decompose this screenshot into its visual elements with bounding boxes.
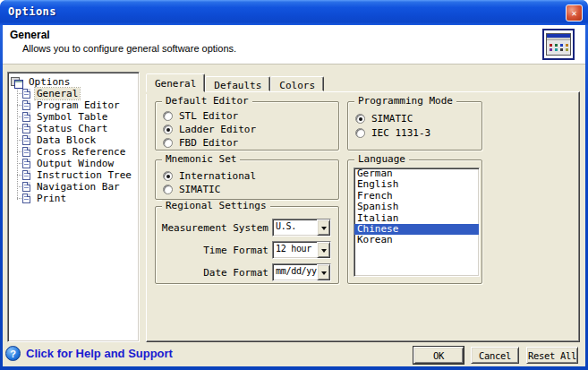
tab-strip: General Defaults Colors [146, 73, 324, 92]
dialog-header: General Allows you to configure general … [3, 25, 585, 65]
radio-stl-editor[interactable]: STL Editor [163, 110, 238, 122]
tree-item-label: Instruction Tree [35, 169, 133, 181]
reset-all-button[interactable]: Reset All [526, 347, 578, 364]
tree-item-navigation-bar[interactable]: Navigation Bar [8, 181, 139, 193]
radio-label: Ladder Editor [179, 124, 256, 135]
header-title: General [10, 29, 50, 41]
radio-button-icon [163, 138, 173, 148]
document-icon [22, 100, 30, 110]
group-title: Language [354, 153, 409, 165]
dropdown-button[interactable] [317, 242, 330, 258]
tree-item-options-root[interactable]: Options [8, 76, 139, 88]
tree-item-label: Status Chart [35, 123, 109, 134]
tree-item-data-block[interactable]: Data Block [8, 134, 139, 146]
group-title: Mnemonic Set [162, 153, 240, 165]
tab-page-general: Default Editor STL Editor Ladder Editor … [146, 91, 580, 342]
radio-ladder-editor[interactable]: Ladder Editor [163, 124, 256, 135]
dropdown-value: 12 hour [273, 242, 317, 258]
dropdown-button[interactable] [317, 264, 330, 280]
tree-item-label: Print [35, 193, 68, 204]
options-root-icon [11, 77, 22, 88]
field-label: Date Format [156, 267, 268, 279]
document-icon [22, 135, 30, 145]
radio-label: International [179, 170, 256, 182]
measurement-system-dropdown[interactable]: U.S. [272, 219, 331, 237]
tree-item-instruction-tree[interactable]: Instruction Tree [8, 169, 139, 181]
tree-item-label: Symbol Table [35, 111, 109, 123]
options-preview-icon [542, 29, 575, 60]
radio-button-checked-icon [163, 171, 173, 181]
document-icon [22, 124, 30, 133]
tree-item-label: Data Block [35, 134, 98, 146]
default-editor-group: Default Editor STL Editor Ladder Editor … [155, 101, 339, 151]
tree-root-label: Options [27, 76, 72, 88]
tab-colors[interactable]: Colors [270, 76, 324, 91]
document-icon [22, 182, 30, 192]
document-icon [22, 194, 30, 203]
dialog-body: General Allows you to configure general … [3, 25, 585, 366]
regional-settings-group: Regional Settings Measurement System U.S… [155, 206, 339, 284]
radio-iec-1131-3[interactable]: IEC 1131-3 [355, 127, 430, 139]
chevron-down-icon [321, 249, 327, 255]
close-icon: ✕ [571, 8, 576, 18]
tree-item-status-chart[interactable]: Status Chart [8, 123, 139, 134]
document-icon [22, 159, 30, 168]
radio-label: STL Editor [179, 110, 238, 122]
group-title: Programming Mode [354, 95, 456, 107]
tree-item-label: Program Editor [35, 99, 122, 111]
cancel-button[interactable]: Cancel [471, 347, 519, 364]
chevron-down-icon [321, 271, 327, 278]
list-item-korean[interactable]: Korean [354, 235, 479, 245]
time-format-row: Time Format 12 hour [156, 241, 338, 259]
header-description: Allows you to configure general software… [22, 43, 236, 54]
radio-label: FBD Editor [179, 137, 238, 149]
radio-fbd-editor[interactable]: FBD Editor [163, 137, 238, 149]
language-group: Language German English French Spanish I… [347, 159, 482, 284]
date-format-dropdown[interactable]: mm/dd/yy [272, 263, 331, 281]
radio-international[interactable]: International [163, 170, 256, 182]
window-title: Options [8, 5, 56, 18]
close-button[interactable]: ✕ [566, 4, 583, 22]
mini-window-graphic [546, 33, 571, 56]
time-format-dropdown[interactable]: 12 hour [272, 241, 331, 259]
dropdown-button[interactable] [317, 219, 330, 236]
radio-label: SIMATIC [179, 184, 220, 195]
mini-menubar [547, 38, 570, 40]
tree-item-label: General [35, 88, 80, 99]
tree-item-symbol-table[interactable]: Symbol Table [8, 111, 139, 123]
document-icon [22, 147, 30, 157]
field-label: Time Format [156, 245, 268, 256]
tree-item-program-editor[interactable]: Program Editor [8, 99, 139, 111]
tree-item-label: Output Window [35, 158, 115, 169]
radio-simatic-mnemonic[interactable]: SIMATIC [163, 184, 220, 195]
tab-defaults[interactable]: Defaults [205, 76, 270, 91]
dropdown-value: U.S. [273, 219, 317, 236]
tree-item-print[interactable]: Print [8, 193, 139, 204]
mini-icon-grid [550, 44, 552, 47]
radio-button-checked-icon [163, 125, 173, 134]
document-icon [22, 89, 30, 99]
radio-button-icon [163, 185, 173, 194]
help-link-label: Click for Help and Support [26, 347, 173, 360]
help-icon: ? [5, 346, 21, 361]
help-and-support-link[interactable]: ? Click for Help and Support [5, 346, 173, 361]
ok-button[interactable]: OK [413, 347, 464, 364]
group-title: Default Editor [162, 95, 252, 107]
tree-item-output-window[interactable]: Output Window [8, 158, 139, 169]
radio-label: SIMATIC [371, 113, 413, 125]
options-dialog: Options ✕ General Allows you to configur… [0, 0, 588, 370]
radio-simatic-mode[interactable]: SIMATIC [355, 113, 413, 125]
list-item-spanish[interactable]: Spanish [354, 202, 479, 212]
list-item-english[interactable]: English [354, 179, 479, 190]
tree-item-general[interactable]: General [8, 88, 139, 99]
radio-label: IEC 1131-3 [371, 127, 430, 139]
tree-item-cross-reference[interactable]: Cross Reference [8, 146, 139, 158]
chevron-down-icon [321, 227, 327, 233]
measurement-system-row: Measurement System U.S. [156, 219, 338, 237]
title-bar[interactable]: Options ✕ [0, 0, 588, 25]
date-format-row: Date Format mm/dd/yy [156, 263, 338, 281]
tree-item-label: Cross Reference [35, 146, 127, 158]
document-icon [22, 170, 30, 180]
tab-general[interactable]: General [146, 73, 205, 92]
tree-item-label: Navigation Bar [35, 181, 122, 193]
